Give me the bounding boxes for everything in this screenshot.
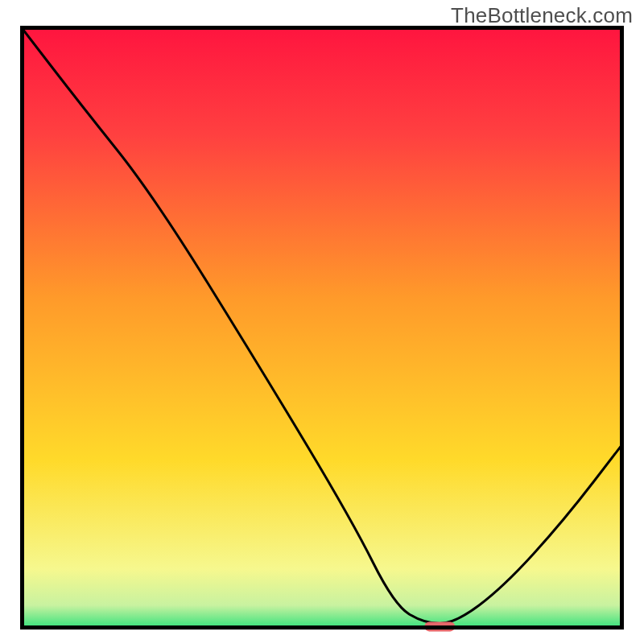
bottleneck-chart: TheBottleneck.com bbox=[0, 0, 644, 644]
plot-area bbox=[20, 26, 624, 630]
gradient-background bbox=[20, 26, 624, 630]
svg-rect-0 bbox=[20, 26, 624, 630]
watermark-text: TheBottleneck.com bbox=[451, 3, 633, 28]
